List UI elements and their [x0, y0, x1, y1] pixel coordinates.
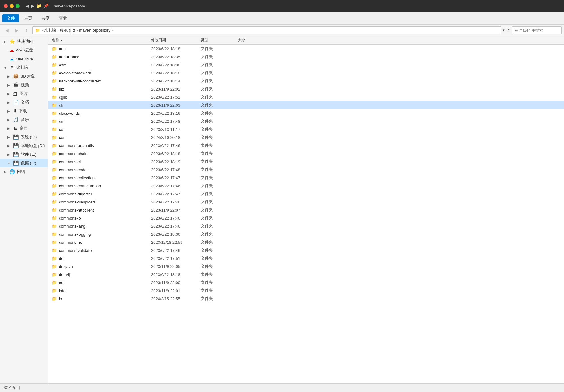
sidebar-item-sys-c[interactable]: ▶ 💾 系统 (C:) — [0, 133, 48, 141]
sidebar-item-pictures[interactable]: ▶ 🖼 图片 — [0, 89, 48, 98]
arrow-icon: ▶ — [7, 136, 11, 139]
table-row[interactable]: 📁commons-digester2023/6/22 17:47文件夹 — [48, 190, 564, 198]
tab-file[interactable]: 文件 — [2, 14, 19, 22]
breadcrumb-item-pc[interactable]: 此电脑 — [44, 28, 56, 33]
sidebar-item-local-d[interactable]: ▶ 💾 本地磁盘 (D:) — [0, 141, 48, 150]
tab-share[interactable]: 共享 — [37, 14, 54, 22]
sidebar-item-onedrive[interactable]: ☁ OneDrive — [0, 55, 48, 63]
tab-home[interactable]: 主页 — [20, 14, 37, 22]
pc-icon: 🖥 — [9, 65, 14, 70]
table-row[interactable]: 📁biz2023/11/9 22:02文件夹 — [48, 85, 564, 93]
breadcrumb-item-drive[interactable]: 数据 (F:) — [60, 28, 75, 33]
table-row[interactable]: 📁classworlds2023/6/22 18:16文件夹 — [48, 109, 564, 117]
table-row[interactable]: 📁commons-validator2023/6/22 17:46文件夹 — [48, 246, 564, 254]
table-row[interactable]: 📁commons-httpclient2023/11/9 22:07文件夹 — [48, 206, 564, 214]
back-button[interactable]: ◀ — [2, 26, 11, 35]
folder-icon: 📁 — [52, 167, 57, 172]
table-row[interactable]: 📁commons-net2023/12/18 22:59文件夹 — [48, 238, 564, 246]
sidebar-item-wps[interactable]: ☁ WPS云盘 — [0, 46, 48, 55]
table-row[interactable]: 📁dom4j2023/6/22 18:18文件夹 — [48, 270, 564, 278]
file-name: commons-validator — [59, 248, 93, 253]
table-row[interactable]: 📁commons-chain2023/6/22 18:18文件夹 — [48, 149, 564, 158]
table-row[interactable]: 📁info2023/11/9 22:01文件夹 — [48, 287, 564, 295]
table-row[interactable]: 📁backport-util-concurrent2023/6/22 18:14… — [48, 77, 564, 85]
sidebar-item-desktop[interactable]: ▶ 🖥 桌面 — [0, 124, 48, 133]
table-row[interactable]: 📁cglib2023/6/22 17:51文件夹 — [48, 93, 564, 101]
file-name: ch — [59, 103, 63, 108]
sidebar-item-downloads[interactable]: ▶ ⬇ 下载 — [0, 107, 48, 115]
file-name: biz — [59, 87, 64, 91]
table-row[interactable]: 📁commons-fileupload2023/6/22 17:46文件夹 — [48, 198, 564, 206]
folder-icon: 📁 — [52, 216, 57, 220]
sidebar-item-quick-access[interactable]: ▶ ⭐ 快速访问 — [0, 37, 48, 46]
table-row[interactable]: 📁io2024/3/15 22:55文件夹 — [48, 295, 564, 303]
up-button[interactable]: ↑ — [22, 26, 31, 35]
forward-button[interactable]: ▶ — [12, 26, 21, 35]
forward-icon: ▶ — [31, 3, 34, 8]
sidebar-item-documents[interactable]: ▶ 📄 文档 — [0, 98, 48, 107]
sidebar-item-videos[interactable]: ▶ 🎬 视频 — [0, 81, 48, 89]
sidebar-item-this-pc[interactable]: ▼ 🖥 此电脑 — [0, 63, 48, 72]
table-row[interactable]: 📁asm2023/6/22 18:38文件夹 — [48, 61, 564, 69]
network-icon: 🌐 — [9, 169, 15, 175]
titlebar-title: mavenRepository — [54, 4, 85, 8]
file-date-cell: 2023/11/9 22:03 — [150, 103, 199, 108]
table-row[interactable]: 📁antlr2023/6/22 18:18文件夹 — [48, 45, 564, 53]
sidebar-item-3d[interactable]: ▶ 📦 3D 对象 — [0, 72, 48, 81]
table-row[interactable]: 📁ch2023/11/9 22:03文件夹 — [48, 101, 564, 109]
maximize-button[interactable] — [16, 4, 20, 8]
table-row[interactable]: 📁cn2023/6/22 17:48文件夹 — [48, 117, 564, 125]
table-row[interactable]: 📁aopalliance2023/6/22 18:35文件夹 — [48, 53, 564, 61]
file-name-cell: 📁com — [51, 135, 150, 140]
tab-view[interactable]: 查看 — [55, 14, 71, 22]
table-row[interactable]: 📁commons-lang2023/6/22 17:46文件夹 — [48, 222, 564, 230]
file-name: dom4j — [59, 272, 70, 277]
file-date-cell: 2023/8/13 11:17 — [150, 127, 199, 132]
col-header-type[interactable]: 类型 — [199, 38, 237, 43]
file-name: info — [59, 288, 65, 293]
table-row[interactable]: 📁commons-cli2023/6/22 18:19文件夹 — [48, 158, 564, 166]
sidebar-label: 桌面 — [20, 126, 28, 131]
table-row[interactable]: 📁dnsjava2023/11/9 22:05文件夹 — [48, 262, 564, 270]
sidebar-label: 本地磁盘 (D:) — [21, 143, 45, 149]
sidebar-item-network[interactable]: ▶ 🌐 网络 — [0, 167, 48, 176]
sort-arrow-icon: ▲ — [60, 39, 63, 42]
sidebar-item-soft-e[interactable]: ▶ 💾 软件 (E:) — [0, 150, 48, 159]
table-row[interactable]: 📁commons-logging2023/6/22 18:36文件夹 — [48, 230, 564, 238]
table-row[interactable]: 📁commons-collections2023/6/22 17:47文件夹 — [48, 174, 564, 182]
refresh-button[interactable]: ↻ — [507, 28, 511, 33]
minimize-button[interactable] — [10, 4, 14, 8]
file-name-cell: 📁commons-collections — [51, 175, 150, 180]
search-input[interactable] — [512, 26, 562, 34]
table-row[interactable]: 📁co2023/8/13 11:17文件夹 — [48, 125, 564, 133]
file-date-cell: 2023/11/9 22:02 — [150, 87, 199, 91]
sidebar-item-music[interactable]: ▶ 🎵 音乐 — [0, 115, 48, 124]
table-row[interactable]: 📁eu2023/11/9 22:00文件夹 — [48, 278, 564, 287]
file-name-cell: 📁commons-cli — [51, 159, 150, 164]
sidebar-item-data-f[interactable]: ▼ 💾 数据 (F:) — [0, 159, 48, 167]
close-button[interactable] — [4, 4, 8, 8]
col-header-date[interactable]: 修改日期 — [150, 38, 199, 43]
table-row[interactable]: 📁commons-configuration2023/6/22 17:46文件夹 — [48, 182, 564, 190]
file-type-cell: 文件夹 — [199, 215, 237, 221]
file-type-cell: 文件夹 — [199, 159, 237, 164]
table-row[interactable]: 📁avalon-framework2023/6/22 18:18文件夹 — [48, 69, 564, 77]
sidebar-label: 系统 (C:) — [21, 134, 37, 140]
breadcrumb-item-repo[interactable]: mavenRepository — [79, 28, 110, 33]
breadcrumb-item-icon[interactable]: 📁 — [35, 28, 40, 33]
breadcrumb[interactable]: 📁 › 此电脑 › 数据 (F:) › mavenRepository › — [32, 26, 501, 34]
table-row[interactable]: 📁commons-io2023/6/22 17:46文件夹 — [48, 214, 564, 222]
pin-icon: 📌 — [43, 3, 49, 8]
table-row[interactable]: 📁com2024/3/10 20:18文件夹 — [48, 133, 564, 141]
folder-icon: 📁 — [52, 103, 57, 108]
col-header-name[interactable]: 名称 ▲ — [51, 38, 150, 43]
file-name: commons-logging — [59, 232, 91, 237]
table-row[interactable]: 📁commons-beanutils2023/6/22 17:46文件夹 — [48, 141, 564, 149]
dropdown-icon[interactable]: ▾ — [503, 28, 505, 33]
folder-icon: 📁 — [52, 224, 57, 229]
table-row[interactable]: 📁de2023/6/22 17:51文件夹 — [48, 254, 564, 262]
col-header-size[interactable]: 大小 — [237, 38, 268, 43]
table-row[interactable]: 📁commons-codec2023/6/22 17:48文件夹 — [48, 166, 564, 174]
file-name: commons-chain — [59, 151, 87, 156]
file-name: commons-io — [59, 216, 81, 220]
